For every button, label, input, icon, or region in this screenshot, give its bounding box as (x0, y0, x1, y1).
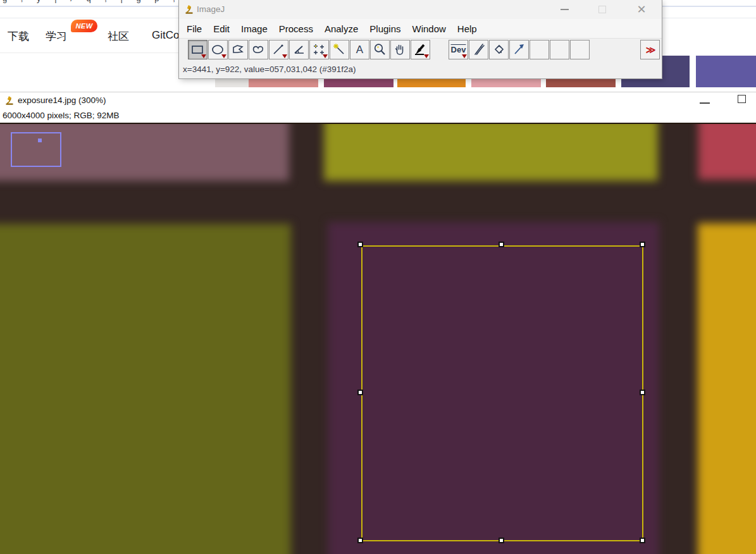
brush-tool[interactable] (469, 40, 488, 59)
menu-analyze[interactable]: Analyze (319, 23, 364, 34)
roi-handle[interactable] (640, 390, 645, 395)
svg-text:A: A (356, 44, 364, 56)
rectangle-tool[interactable] (188, 40, 208, 59)
tool-dropdown-arrow[interactable] (221, 54, 226, 58)
image-info-text: 6000x4000 pixels; RGB; 92MB (3, 111, 120, 120)
imagej-titlebar[interactable]: ImageJ ✕ (179, 0, 662, 19)
minimize-button[interactable] (554, 0, 575, 18)
nav-item-download[interactable]: 下载 (8, 29, 29, 44)
imagej-window-title: ImageJ (197, 4, 225, 14)
roi-handle[interactable] (640, 242, 645, 247)
maximize-button[interactable] (592, 0, 613, 18)
bucket-tool[interactable] (489, 40, 509, 59)
roi-handle[interactable] (499, 538, 504, 543)
dropper-tool[interactable] (411, 40, 430, 59)
menu-plugins[interactable]: Plugins (364, 23, 406, 34)
line-tool[interactable] (269, 40, 288, 59)
text-tool[interactable]: A (350, 40, 369, 59)
imagej-logo-icon (185, 4, 195, 15)
nav-item-community[interactable]: 社区 (108, 29, 129, 44)
image-window-title: exposure14.jpg (300%) (18, 95, 106, 105)
roi-handle[interactable] (357, 390, 363, 395)
point-tool[interactable] (309, 40, 329, 59)
tool-dropdown-arrow[interactable] (462, 54, 467, 58)
maximize-button[interactable] (738, 95, 746, 103)
roi-handle[interactable] (499, 242, 504, 247)
minimize-button[interactable] (700, 102, 710, 104)
close-button[interactable]: ✕ (631, 0, 652, 18)
color-strip-patch (696, 56, 756, 87)
tool-dropdown-arrow[interactable] (201, 54, 206, 58)
angle-tool[interactable] (289, 40, 309, 59)
empty-tool-slot[interactable] (570, 40, 590, 59)
menu-edit[interactable]: Edit (208, 23, 235, 34)
photo-color-patch (0, 224, 291, 554)
dev-tool[interactable]: Dev (449, 40, 468, 59)
menu-image[interactable]: Image (235, 23, 273, 34)
image-canvas[interactable] (0, 123, 756, 554)
photo-color-patch (698, 123, 756, 180)
imagej-toolbar: A Dev≫ (179, 39, 662, 61)
new-badge: NEW (71, 20, 97, 32)
roi-handle[interactable] (357, 538, 363, 543)
oval-tool[interactable] (208, 40, 228, 59)
image-window: exposure14.jpg (300%) 6000x4000 pixels; … (0, 92, 756, 554)
freehand-tool[interactable] (249, 40, 268, 59)
tool-dropdown-arrow[interactable] (323, 54, 328, 58)
imagej-file-icon (5, 95, 15, 106)
zoom-tool[interactable] (370, 40, 390, 59)
roi-handle[interactable] (640, 538, 645, 543)
menu-help[interactable]: Help (452, 23, 483, 34)
photo-color-patch (698, 223, 756, 554)
tool-dropdown-arrow[interactable] (282, 54, 287, 58)
empty-tool-slot[interactable] (550, 40, 569, 59)
empty-tool-slot[interactable] (530, 40, 549, 59)
wand-tool[interactable] (330, 40, 349, 59)
zoom-indicator-viewport (38, 138, 42, 142)
roi-selection[interactable] (361, 245, 643, 541)
photo-color-patch (324, 123, 658, 181)
nav-item-learn[interactable]: 学习 (46, 29, 67, 44)
zoom-indicator (11, 132, 61, 167)
image-window-titlebar[interactable]: exposure14.jpg (300%) (0, 92, 756, 109)
tool-dropdown-arrow[interactable] (424, 54, 429, 58)
cursor-status-text: x=3441, y=922, value=057,031,042 (#391f2… (183, 65, 356, 74)
menu-window[interactable]: Window (407, 23, 452, 34)
imagej-window: ImageJ ✕ FileEditImageProcessAnalyzePlug… (179, 0, 662, 78)
imagej-statusbar: x=3441, y=922, value=057,031,042 (#391f2… (179, 61, 662, 78)
imagej-menubar: FileEditImageProcessAnalyzePluginsWindow… (179, 19, 662, 39)
arrow-tool[interactable] (509, 40, 529, 59)
roi-handle[interactable] (357, 242, 363, 247)
more-tools[interactable]: ≫ (640, 40, 660, 59)
hand-tool[interactable] (390, 40, 410, 59)
menu-file[interactable]: File (181, 23, 208, 34)
menu-process[interactable]: Process (273, 23, 319, 34)
polygon-tool[interactable] (228, 40, 248, 59)
